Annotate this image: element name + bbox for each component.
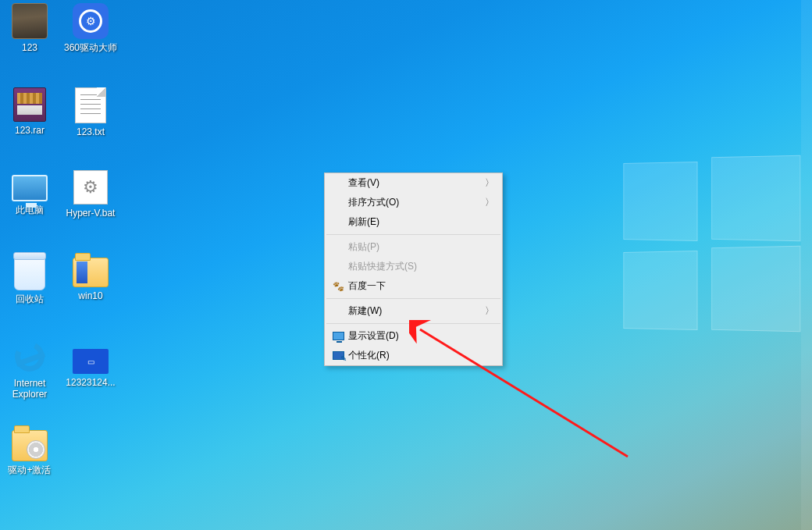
folder-icon [73, 258, 109, 287]
desktop-icon-rar[interactable]: 123.rar [0, 87, 59, 136]
menu-item-view[interactable]: 查看(V)〉 [325, 173, 502, 193]
desktop-icon-ie[interactable]: Internet Explorer [0, 339, 59, 400]
menu-separator [326, 234, 500, 235]
desktop-icon-win10-folder[interactable]: win10 [61, 254, 120, 301]
icon-label: 123.rar [0, 125, 59, 136]
menu-label: 个性化(R) [347, 349, 496, 362]
menu-label: 排序方式(O) [347, 196, 485, 209]
chevron-right-icon: 〉 [485, 176, 496, 190]
display-settings-icon [329, 332, 347, 340]
menu-item-new[interactable]: 新建(W)〉 [325, 301, 502, 321]
menu-item-display-settings[interactable]: 显示设置(D) [325, 326, 502, 346]
icon-label: 12323124... [61, 377, 120, 388]
desktop-icon-recycle-bin[interactable]: 回收站 [0, 254, 59, 304]
menu-label: 粘贴(P) [347, 240, 496, 254]
scrollbar-hint [801, 0, 812, 530]
desktop-icon-folder-123[interactable]: 123 [0, 3, 59, 53]
menu-label: 查看(V) [347, 176, 485, 190]
desktop-icon-360driver[interactable]: 360驱动大师 [61, 3, 120, 53]
icon-label: 123.txt [61, 126, 120, 137]
menu-item-baidu[interactable]: 百度一下 [325, 276, 502, 296]
image-thumb-icon [73, 349, 109, 374]
menu-item-personalize[interactable]: 个性化(R) [325, 346, 502, 365]
desktop-icon-bat[interactable]: ⚙ Hyper-V.bat [61, 170, 120, 219]
menu-label: 新建(W) [347, 304, 485, 318]
internet-explorer-icon [12, 339, 48, 375]
baidu-paw-icon [329, 281, 347, 292]
desktop-icon-txt[interactable]: 123.txt [61, 87, 120, 137]
menu-separator [326, 298, 500, 299]
menu-item-paste: 粘贴(P) [325, 237, 502, 257]
icon-label: win10 [61, 290, 120, 301]
chevron-right-icon: 〉 [485, 304, 496, 318]
icon-label: 驱动+激活 [0, 464, 59, 475]
menu-item-sort[interactable]: 排序方式(O)〉 [325, 193, 502, 212]
menu-label: 百度一下 [347, 279, 496, 293]
gear-file-icon: ⚙ [73, 170, 108, 205]
monitor-icon [12, 175, 48, 201]
text-file-icon [75, 87, 106, 123]
menu-item-paste-shortcut: 粘贴快捷方式(S) [325, 257, 502, 276]
gear-icon [79, 9, 102, 33]
menu-label: 粘贴快捷方式(S) [347, 260, 496, 273]
desktop-icon-image-file[interactable]: 12323124... [61, 343, 120, 388]
desktop-icon-this-pc[interactable]: 此电脑 [0, 170, 59, 215]
icon-label: 123 [0, 42, 59, 53]
personalize-icon [329, 351, 347, 360]
menu-item-refresh[interactable]: 刷新(E) [325, 212, 502, 232]
menu-label: 刷新(E) [347, 215, 496, 229]
icon-label: 360驱动大师 [61, 42, 120, 53]
windows-logo-watermark [605, 148, 812, 351]
folder-disc-icon [12, 430, 48, 461]
menu-separator [326, 323, 500, 324]
desktop-context-menu: 查看(V)〉 排序方式(O)〉 刷新(E) 粘贴(P) 粘贴快捷方式(S) 百度… [324, 173, 503, 366]
chevron-right-icon: 〉 [485, 196, 496, 209]
icon-label: 回收站 [0, 293, 59, 304]
icon-label: Hyper-V.bat [61, 208, 120, 219]
archive-icon [13, 87, 46, 122]
menu-label: 显示设置(D) [347, 329, 496, 343]
icon-label: Internet Explorer [0, 378, 59, 400]
recycle-bin-icon [14, 254, 45, 290]
desktop-icon-drivers-folder[interactable]: 驱动+激活 [0, 428, 59, 475]
